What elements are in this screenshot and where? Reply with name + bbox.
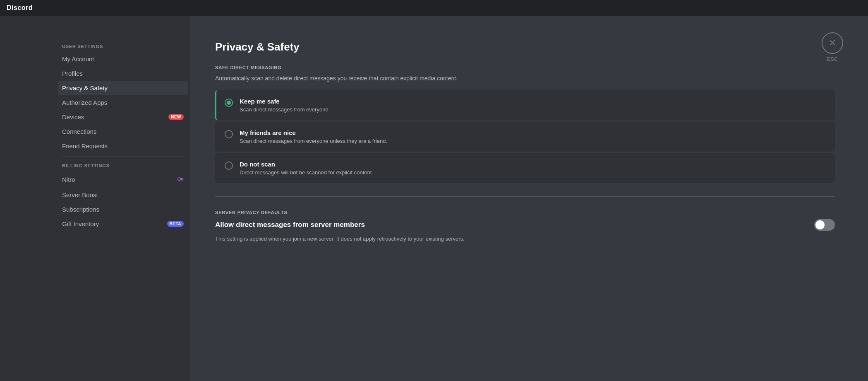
radio-btn-friends-nice [225, 130, 233, 138]
gift-inventory-beta-badge: BETA [167, 221, 184, 227]
esc-label: ESC [827, 56, 838, 62]
sidebar-item-connections[interactable]: Connections [58, 125, 188, 138]
radio-friends-nice[interactable]: My friends are nice Scan direct messages… [215, 122, 835, 152]
allow-dm-toggle-row: Allow direct messages from server member… [215, 219, 835, 231]
radio-content-friends-nice: My friends are nice Scan direct messages… [240, 129, 387, 144]
server-privacy-section-header: Server Privacy Defaults [215, 210, 835, 215]
sidebar-item-authorized-apps[interactable]: Authorized Apps [58, 96, 188, 109]
radio-btn-keep-me-safe [225, 99, 233, 107]
close-icon: ✕ [829, 38, 836, 48]
allow-dm-toggle-label: Allow direct messages from server member… [215, 221, 365, 229]
close-button-area[interactable]: ✕ ESC [822, 32, 843, 62]
app-name: Discord [7, 4, 33, 12]
radio-desc-keep-me-safe: Scan direct messages from everyone. [240, 106, 330, 113]
radio-btn-do-not-scan [225, 162, 233, 170]
radio-title-keep-me-safe: Keep me safe [240, 98, 330, 105]
sidebar-item-my-account[interactable]: My Account [58, 52, 188, 66]
sidebar-item-gift-inventory[interactable]: Gift Inventory BETA [58, 217, 188, 231]
user-settings-label: User Settings [58, 41, 188, 51]
radio-desc-friends-nice: Scan direct messages from everyone unles… [240, 138, 387, 144]
radio-do-not-scan[interactable]: Do not scan Direct messages will not be … [215, 153, 835, 183]
content-divider-1 [215, 196, 835, 197]
safe-dm-section-header: Safe Direct Messaging [215, 65, 835, 70]
radio-title-friends-nice: My friends are nice [240, 129, 387, 136]
radio-desc-do-not-scan: Direct messages will not be scanned for … [240, 169, 373, 176]
sidebar-item-devices[interactable]: Devices NEW [58, 110, 188, 124]
sidebar: User Settings My Account Profiles Privac… [0, 16, 190, 381]
sidebar-item-subscriptions[interactable]: Subscriptions [58, 203, 188, 216]
devices-new-badge: NEW [168, 114, 184, 120]
radio-content-do-not-scan: Do not scan Direct messages will not be … [240, 161, 373, 176]
page-title: Privacy & Safety [215, 41, 835, 53]
billing-settings-label: Billing Settings [58, 160, 188, 170]
sidebar-item-friend-requests[interactable]: Friend Requests [58, 139, 188, 153]
allow-dm-toggle[interactable] [814, 219, 835, 231]
radio-content-keep-me-safe: Keep me safe Scan direct messages from e… [240, 98, 330, 113]
nitro-icon: ⚩ [177, 175, 184, 184]
close-button[interactable]: ✕ [822, 32, 843, 54]
toggle-knob [815, 220, 825, 229]
sidebar-item-privacy-safety[interactable]: Privacy & Safety [58, 81, 188, 95]
title-bar: Discord [0, 0, 868, 16]
main-layout: User Settings My Account Profiles Privac… [0, 16, 868, 381]
allow-dm-toggle-desc: This setting is applied when you join a … [215, 235, 587, 243]
sidebar-item-profiles[interactable]: Profiles [58, 67, 188, 80]
safe-dm-description: Automatically scan and delete direct mes… [215, 74, 835, 83]
sidebar-item-server-boost[interactable]: Server Boost [58, 188, 188, 202]
radio-title-do-not-scan: Do not scan [240, 161, 373, 168]
sidebar-item-nitro[interactable]: Nitro ⚩ [58, 171, 188, 187]
content-area: ✕ ESC Privacy & Safety Safe Direct Messa… [190, 16, 868, 381]
sidebar-divider-1 [62, 156, 184, 157]
radio-keep-me-safe[interactable]: Keep me safe Scan direct messages from e… [215, 90, 835, 120]
